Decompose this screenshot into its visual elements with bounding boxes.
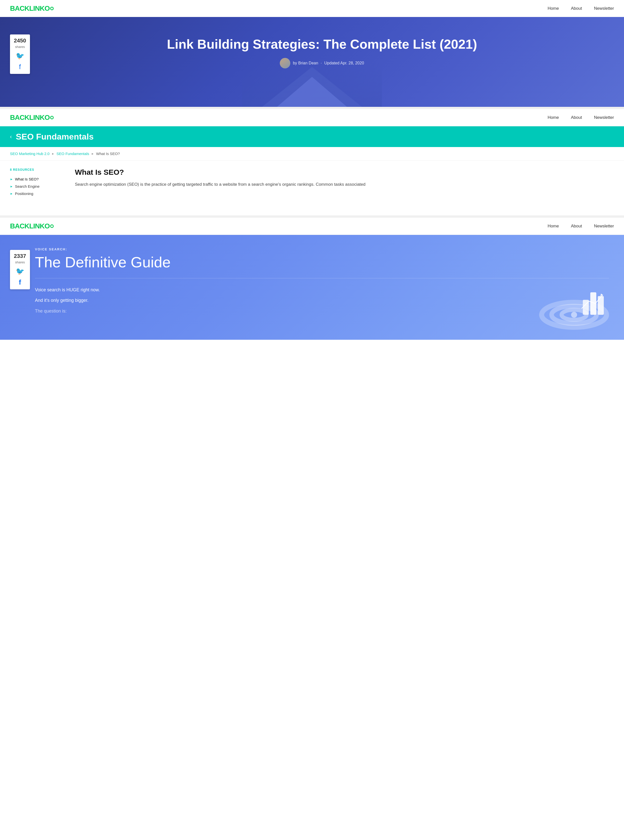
sidebar-item-2[interactable]: ► Search Engine <box>10 183 65 190</box>
divider-1 <box>0 107 624 109</box>
nav-links-2: Home About Newsletter <box>548 115 614 120</box>
logo-icon-1 <box>50 7 54 10</box>
nav-1: BACKLINKO Home About Newsletter <box>0 0 624 17</box>
nav-newsletter-1[interactable]: Newsletter <box>594 6 614 11</box>
sidebar-item-1[interactable]: ► What Is SEO? <box>10 176 65 183</box>
voice-title: The Definitive Guide <box>35 254 609 270</box>
voice-tag: VOICE SEARCH: <box>35 247 609 251</box>
resources-label: 8 RESOURCES <box>10 168 65 171</box>
content-text: Search engine optimization (SEO) is the … <box>75 181 614 188</box>
share-box-2: 2337 shares 🐦 f <box>10 250 30 289</box>
voice-content: VOICE SEARCH: The Definitive Guide Voice… <box>30 247 614 318</box>
sidebar-item-label-2: Search Engine <box>15 184 39 188</box>
nav-home-2[interactable]: Home <box>548 115 559 120</box>
svg-point-3 <box>571 312 577 318</box>
logo-1[interactable]: BACKLINKO <box>10 5 54 12</box>
nav-3: BACKLINKO Home About Newsletter <box>0 218 624 235</box>
content-title: What Is SEO? <box>75 168 614 176</box>
back-arrow-icon[interactable]: ‹ <box>10 134 12 140</box>
nav-newsletter-3[interactable]: Newsletter <box>594 224 614 229</box>
pyramid-1 <box>242 62 382 107</box>
sidebar-arrow-icon-2: ► <box>10 185 13 188</box>
twitter-icon-2[interactable]: 🐦 <box>16 267 25 275</box>
hero-title-1: Link Building Strategies: The Complete L… <box>45 37 599 52</box>
nav-about-1[interactable]: About <box>571 6 582 11</box>
content-main: What Is SEO? Search engine optimization … <box>75 168 614 208</box>
share-box-1: 2450 shares 🐦 f <box>10 34 30 74</box>
hero-image-1 <box>242 62 382 107</box>
share-count-1: 2450 <box>14 37 26 44</box>
section-article: BACKLINKO Home About Newsletter 2450 sha… <box>0 0 624 107</box>
hero-1: 2450 shares 🐦 f Link Building Strategies… <box>0 17 624 107</box>
breadcrumb: SEO Marketing Hub 2.0 ► SEO Fundamentals… <box>0 147 624 161</box>
voice-illustration <box>534 265 614 335</box>
breadcrumb-sep-2: ► <box>91 152 94 156</box>
logo-text-3: BACKLINKO <box>10 222 49 230</box>
sidebar: 8 RESOURCES ► What Is SEO? ► Search Engi… <box>10 168 65 208</box>
content-area: 8 RESOURCES ► What Is SEO? ► Search Engi… <box>0 161 624 215</box>
sidebar-arrow-icon-1: ► <box>10 178 13 181</box>
nav-links-1: Home About Newsletter <box>548 6 614 11</box>
seo-hub-title: SEO Fundamentals <box>16 132 94 142</box>
facebook-icon-2[interactable]: f <box>19 278 21 286</box>
share-label-2: shares <box>15 260 25 264</box>
voice-text-3: The question is: <box>35 307 609 315</box>
sidebar-item-label-1: What Is SEO? <box>15 177 39 181</box>
logo-icon-3 <box>50 224 54 228</box>
pyramid-shape-2 <box>277 77 347 107</box>
nav-about-2[interactable]: About <box>571 115 582 120</box>
divider-2 <box>0 216 624 218</box>
voice-divider <box>35 278 609 278</box>
voice-text-2: And it's only getting bigger. <box>35 296 609 304</box>
share-count-2: 2337 <box>14 253 26 259</box>
twitter-icon-1[interactable]: 🐦 <box>16 52 25 60</box>
voice-text: Voice search is HUGE right now. And it's… <box>35 286 609 315</box>
logo-text-1: BACKLINKO <box>10 5 49 12</box>
logo-icon-2 <box>50 116 54 119</box>
share-label-1: shares <box>15 45 25 49</box>
logo-text-2: BACKLINKO <box>10 114 49 122</box>
logo-3[interactable]: BACKLINKO <box>10 222 54 230</box>
nav-links-3: Home About Newsletter <box>548 224 614 229</box>
sidebar-item-3[interactable]: ► Positioning <box>10 190 65 197</box>
logo-2[interactable]: BACKLINKO <box>10 114 54 122</box>
section-voice-search: BACKLINKO Home About Newsletter 2337 sha… <box>0 218 624 340</box>
breadcrumb-link-1[interactable]: SEO Marketing Hub 2.0 <box>10 151 49 156</box>
sidebar-arrow-icon-3: ► <box>10 192 13 196</box>
facebook-icon-1[interactable]: f <box>19 63 21 71</box>
nav-home-1[interactable]: Home <box>548 6 559 11</box>
seo-hub-header: ‹ SEO Fundamentals <box>0 126 624 147</box>
nav-home-3[interactable]: Home <box>548 224 559 229</box>
breadcrumb-sep-1: ► <box>51 152 54 156</box>
sidebar-item-label-3: Positioning <box>15 191 33 196</box>
nav-about-3[interactable]: About <box>571 224 582 229</box>
voice-hero: 2337 shares 🐦 f VOICE SEARCH: The Defini… <box>0 235 624 340</box>
svg-rect-6 <box>598 296 604 315</box>
section-seo-hub: BACKLINKO Home About Newsletter ‹ SEO Fu… <box>0 109 624 216</box>
nav-2: BACKLINKO Home About Newsletter <box>0 109 624 126</box>
voice-svg <box>534 265 614 335</box>
breadcrumb-current: What Is SEO? <box>96 151 120 156</box>
nav-newsletter-2[interactable]: Newsletter <box>594 115 614 120</box>
voice-text-1: Voice search is HUGE right now. <box>35 286 609 294</box>
breadcrumb-link-2[interactable]: SEO Fundamentals <box>56 151 89 156</box>
